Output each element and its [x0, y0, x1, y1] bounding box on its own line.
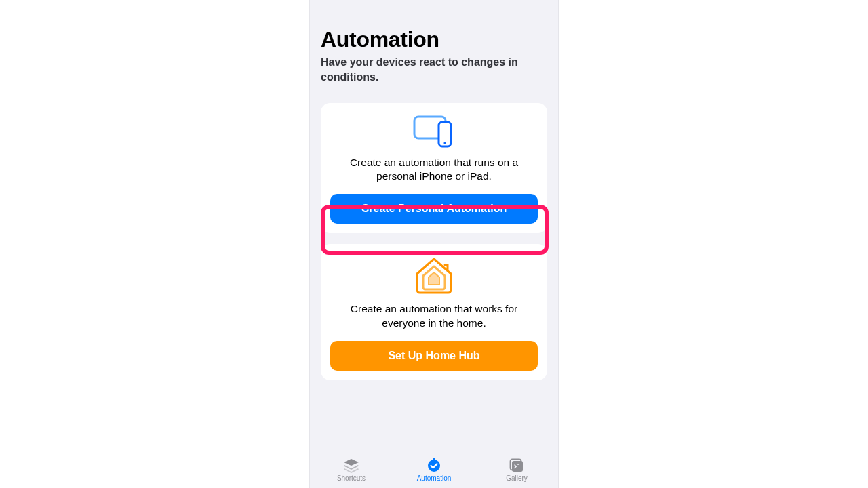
gallery-icon [509, 458, 525, 473]
clock-check-icon [426, 458, 442, 473]
home-automation-description: Create an automation that works for ever… [337, 302, 531, 329]
devices-icon [330, 115, 538, 149]
personal-automation-card: Create an automation that runs on a pers… [321, 103, 547, 233]
content-area: Automation Have your devices react to ch… [310, 0, 558, 380]
home-icon [330, 256, 538, 296]
svg-rect-4 [433, 458, 435, 460]
tab-bar: Shortcuts Automation [310, 449, 558, 488]
stack-icon [342, 458, 360, 473]
tab-automation[interactable]: Automation [393, 458, 475, 482]
home-automation-card: Create an automation that works for ever… [321, 244, 547, 380]
tab-label: Automation [417, 474, 452, 482]
personal-automation-description: Create an automation that runs on a pers… [337, 156, 531, 183]
tab-gallery[interactable]: Gallery [475, 458, 558, 482]
create-personal-automation-button[interactable]: Create Personal Automation [330, 194, 538, 224]
page-title: Automation [321, 27, 547, 52]
set-up-home-hub-button[interactable]: Set Up Home Hub [330, 341, 538, 371]
tab-label: Shortcuts [337, 474, 366, 482]
shortcuts-app-automation-screen: Automation Have your devices react to ch… [309, 0, 559, 488]
tab-shortcuts[interactable]: Shortcuts [310, 458, 393, 482]
tab-label: Gallery [506, 474, 528, 482]
page-subtitle: Have your devices react to changes in co… [321, 55, 547, 84]
svg-point-3 [428, 460, 440, 472]
svg-point-2 [443, 142, 446, 144]
